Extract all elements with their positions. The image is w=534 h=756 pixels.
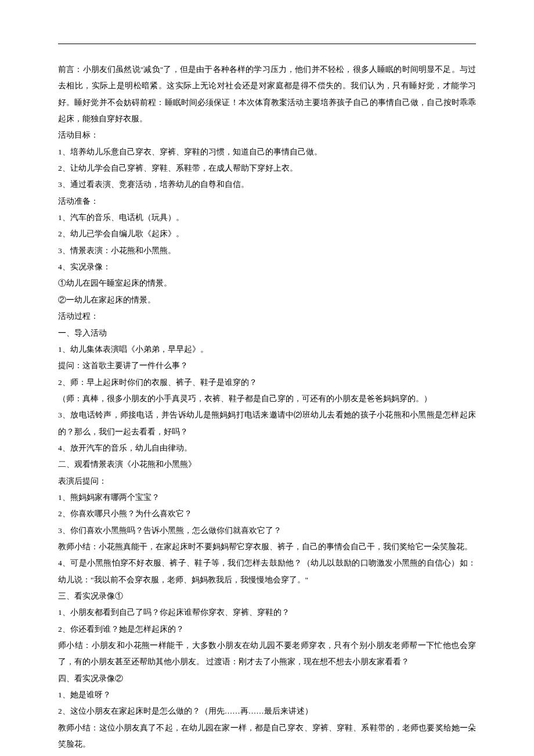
paragraph: ①幼儿在园午睡室起床的情景。 — [58, 275, 476, 291]
paragraph: 4、放开汽车的音乐，幼儿自由律动。 — [58, 440, 476, 456]
paragraph: 1、小朋友都看到自己了吗？你起床谁帮你穿衣、穿裤、穿鞋的？ — [58, 604, 476, 621]
paragraph: 四、看实况录像② — [58, 671, 476, 687]
paragraph: 三、看实况录像① — [58, 588, 476, 604]
paragraph: 活动过程： — [58, 308, 476, 325]
paragraph: 提问：这首歌主要讲了一件什么事？ — [58, 358, 476, 374]
paragraph: 教师小结：这位小朋友真了不起，在幼儿园在家一样，都是自己穿衣、穿裤、穿鞋、系鞋带… — [58, 720, 476, 753]
paragraph: 2、让幼儿学会自己穿裤、穿鞋、系鞋带，在成人帮助下穿好上衣。 — [58, 160, 476, 177]
paragraph: 1、熊妈妈家有哪两个宝宝？ — [58, 489, 476, 506]
paragraph: 3、集体念儿歌《起床喽》。 — [58, 753, 476, 756]
paragraph: 2、这位小朋友在家起床时是怎么做的？（用先……再……最后来讲述） — [58, 703, 476, 719]
paragraph: 2、幼儿已学会自编儿歌《起床》。 — [58, 226, 476, 242]
paragraph: 前言：小朋友们虽然说"减负"了，但是由于各种各样的学习压力，他们并不轻松，很多人… — [58, 62, 476, 127]
paragraph: 活动目标： — [58, 127, 476, 143]
paragraph: 1、幼儿集体表演唱《小弟弟，早早起》。 — [58, 341, 476, 358]
paragraph: 二、观看情景表演《小花熊和小黑熊》 — [58, 456, 476, 473]
paragraph: 师小结：小朋友和小花熊一样能干，大多数小朋友在幼儿园不要老师穿衣，只有个别小朋友… — [58, 638, 476, 671]
paragraph: 表演后提问： — [58, 473, 476, 489]
document-body: 前言：小朋友们虽然说"减负"了，但是由于各种各样的学习压力，他们并不轻松，很多人… — [58, 62, 476, 756]
paragraph: 3、情景表演：小花熊和小黑熊。 — [58, 243, 476, 259]
horizontal-rule — [58, 44, 476, 44]
paragraph: （师：真棒，很多小朋友的小手真灵巧，衣裤、鞋子都是自己穿的，可还有的小朋友是爸爸… — [58, 391, 476, 407]
paragraph: 3、放电话铃声，师接电话，并告诉幼儿是熊妈妈打电话来邀请中⑵班幼儿去看她的孩子小… — [58, 407, 476, 440]
paragraph: 1、培养幼儿乐意自己穿衣、穿裤、穿鞋的习惯，知道自己的事情自己做。 — [58, 144, 476, 160]
paragraph: 一、导入活动 — [58, 325, 476, 341]
paragraph: 教师小结：小花熊真能干，在家起床时不要妈妈帮它穿衣服、裤子，自己的事情会自己干，… — [58, 539, 476, 555]
paragraph: ②一幼儿在家起床的情景。 — [58, 292, 476, 308]
paragraph: 1、她是谁呀？ — [58, 687, 476, 703]
paragraph: 活动准备： — [58, 193, 476, 210]
paragraph: 2、师：早上起床时你们的衣服、裤子、鞋子是谁穿的？ — [58, 375, 476, 391]
paragraph: 3、通过看表演、竞赛活动，培养幼儿的自尊和自信。 — [58, 177, 476, 193]
paragraph: 4、可是小黑熊怕穿不好衣服、裤子、鞋子等，我们怎样去鼓励他？（幼儿以鼓励的口吻激… — [58, 555, 476, 588]
paragraph: 2、你喜欢哪只小熊？为什么喜欢它？ — [58, 506, 476, 522]
paragraph: 4、实况录像： — [58, 259, 476, 275]
paragraph: 3、你们喜欢小黑熊吗？告诉小黑熊，怎么做你们就喜欢它了？ — [58, 523, 476, 539]
paragraph: 1、汽车的音乐、电话机（玩具）。 — [58, 210, 476, 226]
paragraph: 2、你还看到谁？她是怎样起床的？ — [58, 621, 476, 638]
